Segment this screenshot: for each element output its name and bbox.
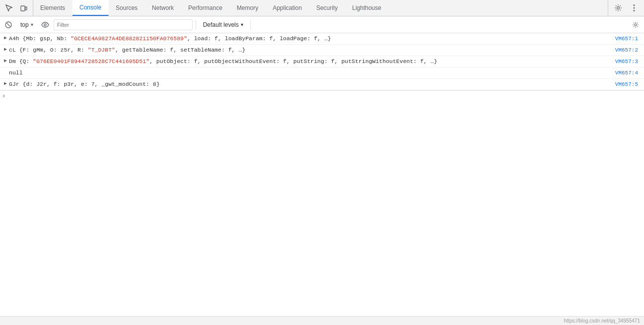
device-toggle-button[interactable] [17, 1, 31, 15]
svg-point-5 [634, 10, 635, 11]
console-text: GJr {d: J2r, f: p3r, e: 7, _gwt_modCount… [9, 80, 615, 89]
tab-lighthouse[interactable]: Lighthouse [345, 0, 389, 16]
tab-bar-left-icons [0, 0, 33, 16]
devtools-settings-button[interactable] [611, 1, 625, 15]
filter-input[interactable] [54, 19, 193, 30]
console-source-link[interactable]: VM657:3 [615, 57, 644, 66]
expand-arrow[interactable]: ▶ [2, 46, 9, 52]
tab-console[interactable]: Console [72, 0, 109, 16]
context-selector[interactable]: top ▾ [17, 20, 37, 30]
tab-security[interactable]: Security [309, 0, 345, 16]
svg-line-7 [7, 23, 10, 26]
toolbar-right-area [629, 18, 642, 31]
svg-rect-0 [21, 6, 25, 11]
filter-eye-button[interactable] [39, 18, 52, 31]
console-text: A4h {Mb: gsp, Nb: "GCECE4A9827A4DE882821… [9, 34, 615, 43]
main-tabs: Elements Console Sources Network Perform… [33, 0, 608, 16]
tab-memory[interactable]: Memory [230, 0, 266, 16]
console-text: null [9, 68, 615, 77]
console-toolbar: top ▾ Default levels ▾ [0, 16, 644, 33]
console-source-link[interactable]: VM657:2 [615, 46, 644, 55]
devtools-tab-bar: Elements Console Sources Network Perform… [0, 0, 644, 16]
tab-network[interactable]: Network [145, 0, 181, 16]
console-row-row5: ▶GJr {d: J2r, f: p3r, e: 7, _gwt_modCoun… [0, 79, 644, 90]
toolbar-divider [196, 20, 196, 30]
tab-application[interactable]: Application [266, 0, 309, 16]
console-prompt-row[interactable]: › [0, 90, 644, 102]
console-source-link[interactable]: VM657:1 [615, 34, 644, 43]
console-row-row2: ▶cL {F: gMm, O: z5r, R: "T_DJBT", getTab… [0, 45, 644, 56]
svg-point-8 [44, 23, 46, 25]
inspect-element-button[interactable] [2, 1, 16, 15]
clear-console-button[interactable] [2, 18, 15, 31]
tab-elements[interactable]: Elements [33, 0, 72, 16]
console-output: ▶A4h {Mb: gsp, Nb: "GCECE4A9827A4DE88282… [0, 33, 644, 325]
console-row-row4: nullVM657:4 [0, 67, 644, 79]
svg-point-9 [635, 23, 637, 25]
log-levels-selector[interactable]: Default levels ▾ [199, 20, 247, 29]
devtools-more-button[interactable] [627, 1, 641, 15]
console-source-link[interactable]: VM657:5 [615, 80, 644, 89]
console-row-row1: ▶A4h {Mb: gsp, Nb: "GCECE4A9827A4DE88282… [0, 33, 644, 45]
expand-arrow[interactable]: ▶ [2, 80, 9, 86]
toolbar-divider-2 [250, 20, 251, 30]
status-bar: https://blog.csdn.net/qq_34955471 [0, 316, 644, 325]
console-source-link[interactable]: VM657:4 [615, 68, 644, 77]
console-settings-button[interactable] [629, 18, 642, 31]
expand-arrow [2, 68, 9, 69]
prompt-input[interactable] [7, 93, 642, 100]
console-text: cL {F: gMm, O: z5r, R: "T_DJBT", getTabl… [9, 46, 615, 55]
svg-point-4 [634, 7, 635, 9]
expand-arrow[interactable]: ▶ [2, 34, 9, 41]
tab-performance[interactable]: Performance [181, 0, 230, 16]
svg-point-3 [634, 4, 635, 6]
status-url: https://blog.csdn.net/qq_34955471 [564, 318, 640, 324]
svg-point-2 [617, 7, 620, 9]
expand-arrow[interactable]: ▶ [2, 57, 9, 64]
tab-bar-right-icons [608, 0, 644, 16]
tab-sources[interactable]: Sources [109, 0, 145, 16]
svg-rect-1 [25, 7, 27, 10]
console-row-row3: ▶Dm {Q: "G76EE0401F8944728528C7C441695D5… [0, 56, 644, 67]
prompt-icon: › [2, 93, 5, 100]
console-text: Dm {Q: "G76EE0401F8944728528C7C441695D51… [9, 57, 615, 66]
